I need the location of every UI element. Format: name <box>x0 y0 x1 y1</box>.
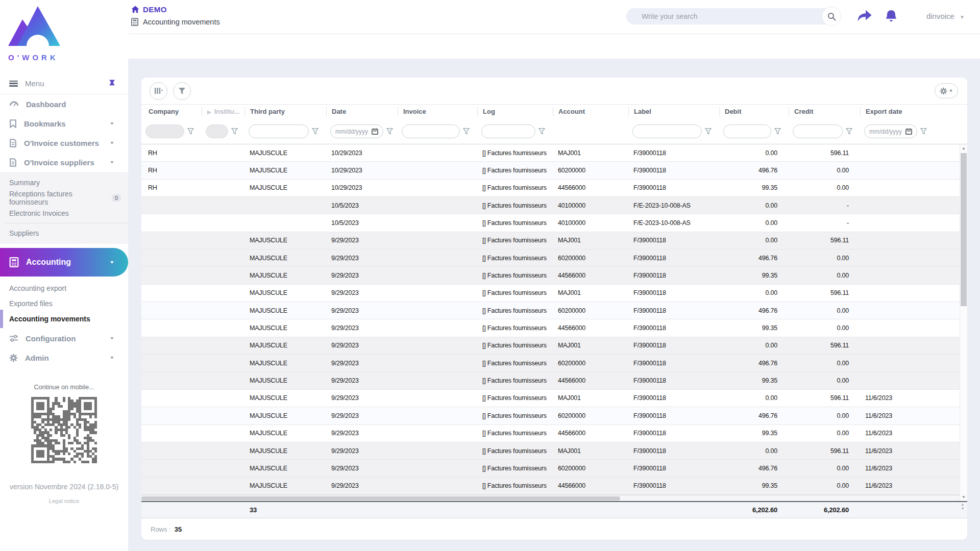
filter-funnel-icon[interactable] <box>705 128 712 135</box>
grid-settings-button[interactable]: ▼ <box>935 83 958 98</box>
table-row[interactable]: MAJUSCULE9/29/2023[] Factures fournisseu… <box>141 355 967 372</box>
submenu-item-suppliers[interactable]: Suppliers <box>0 226 128 241</box>
table-row[interactable]: MAJUSCULE9/29/2023[] Factures fournisseu… <box>141 232 967 249</box>
menu-toggle[interactable]: Menu <box>0 73 128 94</box>
summary-scroll-arrows[interactable]: ▲▼ <box>960 503 966 511</box>
column-header-account[interactable]: Account <box>553 107 628 116</box>
column-header-log[interactable]: Log <box>477 107 553 116</box>
cell-third_party: MAJUSCULE <box>244 360 326 367</box>
sidebar-item-bookmarks[interactable]: Bookmarks ▼ <box>0 114 128 133</box>
column-header-label: Label <box>634 108 651 115</box>
search-button[interactable] <box>822 7 841 26</box>
filter-button[interactable] <box>173 82 191 100</box>
table-row[interactable]: MAJUSCULE9/29/2023[] Factures fournisseu… <box>141 390 967 407</box>
column-header-third_party[interactable]: Third party <box>244 107 326 116</box>
filter-date-input-export_date[interactable]: mm/dd/yyyy <box>864 124 917 138</box>
search-input[interactable] <box>642 12 795 20</box>
global-search <box>626 8 840 24</box>
filter-input-log[interactable] <box>481 124 535 138</box>
filter-cell-debit <box>719 124 789 138</box>
scroll-down-arrow[interactable]: ▼ <box>960 495 967 499</box>
notifications-button[interactable] <box>885 9 898 25</box>
breadcrumb-home[interactable]: DEMO <box>131 5 220 14</box>
column-header-date[interactable]: Date <box>326 107 398 116</box>
filter-funnel-icon[interactable] <box>463 128 470 135</box>
vscroll-thumb[interactable] <box>961 153 967 306</box>
submenu-item-exported-files[interactable]: Exported files <box>0 296 128 311</box>
table-row[interactable]: MAJUSCULE9/29/2023[] Factures fournisseu… <box>141 372 967 389</box>
table-row[interactable]: MAJUSCULE9/29/2023[] Factures fournisseu… <box>141 460 967 477</box>
table-row[interactable]: RHMAJUSCULE10/29/2023[] Factures fournis… <box>141 162 967 179</box>
filter-input-debit[interactable] <box>723 124 771 138</box>
table-row[interactable]: MAJUSCULE9/29/2023[] Factures fournisseu… <box>141 478 967 495</box>
filter-funnel-icon[interactable] <box>386 128 393 135</box>
vertical-scrollbar[interactable]: ▲ ▼ <box>960 144 967 501</box>
sidebar-item-accounting[interactable]: Accounting ▼ <box>0 248 128 277</box>
column-header-debit[interactable]: Debit <box>719 107 789 116</box>
sidebar-item-dashboard[interactable]: Dashboard <box>0 94 128 114</box>
cell-account: 60200000 <box>553 255 628 262</box>
scroll-up-arrow[interactable]: ▲ <box>960 146 967 151</box>
expand-column-icon[interactable]: ▶ <box>207 109 211 115</box>
user-menu[interactable]: dinvoice ▼ <box>926 12 965 20</box>
column-header-institution[interactable]: ▶Institu... <box>202 107 244 116</box>
chevron-down-icon: ▼ <box>109 121 115 126</box>
column-header-company[interactable]: Company <box>141 107 202 116</box>
filter-funnel-icon[interactable] <box>312 128 318 135</box>
sidebar-item-configuration[interactable]: Configuration ▼ <box>0 329 128 348</box>
table-row[interactable]: MAJUSCULE9/29/2023[] Factures fournisseu… <box>141 267 967 284</box>
submenu-item-accounting-export[interactable]: Accounting export <box>0 281 128 296</box>
submenu-item-accounting-movements[interactable]: Accounting movements <box>0 311 128 327</box>
legal-notice-link[interactable]: Legal notice <box>0 498 128 504</box>
hscroll-thumb[interactable] <box>141 496 620 500</box>
submenu-item-electronic-invoices[interactable]: Electronic Invoices <box>0 206 128 221</box>
submenu-label: Summary <box>9 179 40 187</box>
table-row[interactable]: MAJUSCULE9/29/2023[] Factures fournisseu… <box>141 319 967 337</box>
table-row[interactable]: MAJUSCULE9/29/2023[] Factures fournisseu… <box>141 425 967 442</box>
column-header-credit[interactable]: Credit <box>789 107 860 116</box>
table-row[interactable]: RHMAJUSCULE10/29/2023[] Factures fournis… <box>141 144 967 162</box>
filter-input-invoice[interactable] <box>402 124 460 138</box>
calculator-icon <box>131 18 138 26</box>
table-row[interactable]: MAJUSCULE9/29/2023[] Factures fournisseu… <box>141 249 967 267</box>
column-header-invoice[interactable]: Invoice <box>398 107 477 116</box>
table-row[interactable]: MAJUSCULE9/29/2023[] Factures fournisseu… <box>141 285 967 302</box>
summary-cell-debit: 6,202.60 <box>719 506 789 514</box>
filter-date-input-date[interactable]: mm/dd/yyyy <box>330 124 383 138</box>
columns-button[interactable] <box>150 82 167 100</box>
date-placeholder: mm/dd/yyyy <box>335 128 368 135</box>
horizontal-scrollbar[interactable] <box>141 495 967 501</box>
table-row[interactable]: MAJUSCULE9/29/2023[] Factures fournisseu… <box>141 407 967 424</box>
sidebar-item-admin[interactable]: Admin ▼ <box>0 348 128 367</box>
submenu-item-receptions[interactable]: Réceptions factures fournisseurs 0 <box>0 190 128 206</box>
filter-input-label[interactable] <box>632 124 702 138</box>
table-row[interactable]: MAJUSCULE9/29/2023[] Factures fournisseu… <box>141 442 967 460</box>
table-row[interactable]: MAJUSCULE9/29/2023[] Factures fournisseu… <box>141 302 967 319</box>
filter-funnel-icon[interactable] <box>187 128 194 135</box>
table-row[interactable]: 10/5/2023[] Factures fournisseurs4010000… <box>141 214 967 232</box>
filter-input-third_party[interactable] <box>249 124 309 138</box>
filter-funnel-icon[interactable] <box>774 128 781 135</box>
filter-funnel-icon[interactable] <box>846 128 852 135</box>
column-header-export_date[interactable]: Export date <box>860 107 959 116</box>
grid-toolbar: ▼ <box>141 78 967 105</box>
cell-debit: 0.00 <box>719 447 789 455</box>
share-button[interactable] <box>857 9 872 24</box>
table-row[interactable]: MAJUSCULE9/29/2023[] Factures fournisseu… <box>141 337 967 355</box>
filter-input-credit[interactable] <box>793 124 843 138</box>
filter-funnel-icon[interactable] <box>231 128 238 135</box>
sidebar-item-oinvoice-customers[interactable]: O'Invoice customers ▼ <box>0 133 128 153</box>
table-row[interactable]: 10/5/2023[] Factures fournisseurs4010000… <box>141 197 967 214</box>
cell-credit: 0.00 <box>789 430 860 437</box>
filter-funnel-icon[interactable] <box>538 128 545 135</box>
filter-funnel-icon[interactable] <box>920 128 927 135</box>
sidebar-item-oinvoice-suppliers[interactable]: O'Invoice suppliers ▼ <box>0 153 128 172</box>
table-row[interactable]: RHMAJUSCULE10/29/2023[] Factures fournis… <box>141 180 967 197</box>
column-header-label[interactable]: Label <box>628 107 719 116</box>
filter-cell-export_date: mm/dd/yyyy <box>860 124 959 138</box>
column-header-label: Company <box>149 108 179 115</box>
cell-date: 9/29/2023 <box>326 465 398 472</box>
pin-icon[interactable] <box>108 79 116 88</box>
submenu-item-summary[interactable]: Summary <box>0 175 128 190</box>
suppliers-submenu: Summary Réceptions factures fournisseurs… <box>0 172 128 244</box>
